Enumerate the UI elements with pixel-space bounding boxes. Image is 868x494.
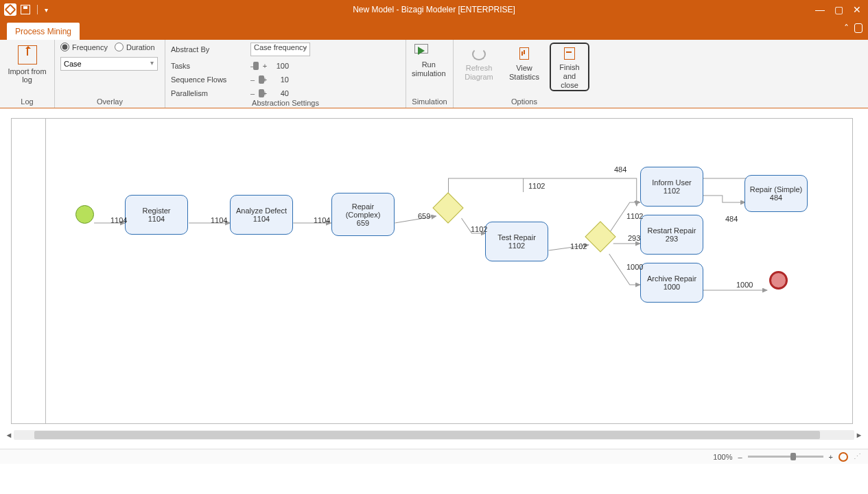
window-title: New Model - Bizagi Modeler [ENTERPRISE] bbox=[0, 5, 868, 14]
tasks-label: Tasks bbox=[171, 62, 246, 70]
statistics-icon bbox=[515, 46, 533, 62]
tasks-plus[interactable]: + bbox=[261, 62, 268, 70]
flow-label: 1104 bbox=[110, 216, 127, 224]
resize-grip-icon[interactable]: ⋰ bbox=[854, 452, 861, 461]
zoom-slider[interactable] bbox=[748, 456, 823, 458]
ribbon-tabs: Process Mining ˄ bbox=[0, 19, 868, 40]
zoom-value: 100% bbox=[713, 453, 732, 461]
task-test-repair-name: Test Repair bbox=[497, 233, 536, 242]
chevron-down-icon: ▾ bbox=[150, 59, 154, 67]
task-test-repair[interactable]: Test Repair 1102 bbox=[485, 222, 548, 261]
run-simulation-label: Run simulation bbox=[412, 60, 446, 78]
help-icon[interactable] bbox=[854, 23, 863, 33]
task-inform-user[interactable]: Inform User 1102 bbox=[640, 167, 703, 207]
run-simulation-button[interactable]: Run simulation bbox=[412, 43, 446, 78]
sequence-flows bbox=[12, 119, 852, 423]
task-repair-simple[interactable]: Repair (Simple) 484 bbox=[744, 175, 808, 212]
flow-label: 1102 bbox=[471, 225, 487, 233]
zoom-in-button[interactable]: + bbox=[829, 453, 833, 461]
flow-label: 484 bbox=[614, 165, 626, 174]
task-test-repair-count: 1102 bbox=[508, 242, 525, 250]
abstract-by-select[interactable]: Case frequency bbox=[250, 43, 310, 56]
view-statistics-button[interactable]: View Statistics bbox=[504, 43, 544, 82]
finish-label: Finish and close bbox=[552, 63, 587, 90]
task-repair-simple-count: 484 bbox=[770, 193, 782, 202]
task-repair-complex-name: Repair (Complex) bbox=[346, 202, 381, 219]
task-restart-repair-name: Restart Repair bbox=[648, 226, 696, 235]
flow-label: 1104 bbox=[314, 216, 330, 224]
tab-process-mining[interactable]: Process Mining bbox=[7, 23, 80, 40]
task-register[interactable]: Register 1104 bbox=[125, 195, 188, 235]
seqflows-value: 10 bbox=[271, 75, 289, 84]
finish-and-close-button[interactable]: Finish and close bbox=[550, 43, 589, 91]
scroll-left-icon[interactable]: ◄ bbox=[4, 431, 14, 439]
parallelism-minus[interactable]: – bbox=[249, 89, 256, 97]
task-analyze-name: Analyze Defect bbox=[236, 207, 287, 215]
scroll-right-icon[interactable]: ► bbox=[854, 431, 864, 439]
close-button[interactable]: ✕ bbox=[853, 4, 861, 15]
task-archive-repair-count: 1000 bbox=[664, 283, 680, 291]
task-repair-complex[interactable]: Repair (Complex) 659 bbox=[331, 193, 395, 236]
flow-label: 1102 bbox=[528, 182, 545, 190]
task-inform-user-count: 1102 bbox=[664, 187, 680, 195]
flow-label: 293 bbox=[628, 234, 640, 242]
task-restart-repair[interactable]: Restart Repair 293 bbox=[640, 215, 703, 255]
overlay-select[interactable] bbox=[60, 57, 158, 71]
duration-radio[interactable]: Duration bbox=[115, 43, 155, 51]
maximize-button[interactable]: ▢ bbox=[834, 4, 843, 15]
flow-label: 484 bbox=[725, 215, 738, 223]
group-caption-overlay: Overlay bbox=[55, 96, 165, 108]
parallelism-label: Parallelism bbox=[171, 89, 246, 97]
refresh-diagram-button: Refresh Diagram bbox=[459, 43, 499, 82]
diagram-canvas[interactable]: Register 1104 Analyze Defect 1104 Repair… bbox=[11, 118, 853, 424]
frequency-radio[interactable]: Frequency bbox=[60, 43, 108, 51]
flow-label: 659 bbox=[418, 212, 430, 220]
refresh-icon bbox=[470, 46, 488, 62]
lane-header bbox=[12, 119, 46, 423]
ribbon: Import from log Log Frequency Duration ▾… bbox=[0, 40, 868, 108]
end-event[interactable] bbox=[769, 271, 788, 290]
import-label: Import from log bbox=[5, 67, 49, 84]
task-restart-repair-count: 293 bbox=[666, 235, 678, 243]
minimize-button[interactable]: ― bbox=[815, 4, 825, 15]
view-stats-label: View Statistics bbox=[506, 64, 542, 82]
frequency-label: Frequency bbox=[72, 43, 108, 51]
task-archive-repair-name: Archive Repair bbox=[647, 274, 696, 283]
duration-label: Duration bbox=[126, 43, 155, 51]
workspace: Register 1104 Analyze Defect 1104 Repair… bbox=[0, 108, 868, 464]
start-event[interactable] bbox=[75, 205, 94, 224]
flow-label: 1104 bbox=[211, 216, 227, 224]
task-analyze-defect[interactable]: Analyze Defect 1104 bbox=[230, 195, 293, 235]
divider bbox=[37, 5, 38, 14]
task-archive-repair[interactable]: Archive Repair 1000 bbox=[640, 263, 703, 303]
task-register-count: 1104 bbox=[148, 215, 165, 223]
flow-label: 1102 bbox=[570, 242, 587, 250]
zoom-out-button[interactable]: – bbox=[738, 453, 742, 461]
finish-icon bbox=[561, 45, 578, 62]
status-bar: 100% – + ⋰ bbox=[0, 449, 868, 464]
qat-dropdown-icon[interactable]: ▾ bbox=[45, 6, 48, 14]
task-inform-user-name: Inform User bbox=[652, 178, 691, 187]
flow-label: 1102 bbox=[626, 212, 643, 220]
task-register-name: Register bbox=[143, 207, 171, 215]
refresh-label: Refresh Diagram bbox=[461, 64, 497, 82]
flow-label: 1000 bbox=[736, 281, 753, 289]
gateway-2[interactable] bbox=[585, 221, 615, 252]
group-caption-abstraction: Abstraction Settings bbox=[165, 97, 406, 109]
parallelism-value: 40 bbox=[271, 89, 289, 97]
tasks-value: 100 bbox=[271, 62, 289, 70]
group-caption-simulation: Simulation bbox=[406, 96, 453, 108]
app-logo-icon bbox=[4, 3, 16, 16]
group-caption-log: Log bbox=[0, 96, 54, 108]
collapse-ribbon-icon[interactable]: ˄ bbox=[844, 23, 849, 34]
seqflows-label: Sequence Flows bbox=[171, 75, 246, 84]
task-repair-simple-name: Repair (Simple) bbox=[750, 185, 802, 193]
zoom-fit-icon[interactable] bbox=[838, 452, 848, 462]
flow-label: 1000 bbox=[626, 263, 643, 271]
abstract-by-value: Case frequency bbox=[254, 43, 307, 51]
save-icon[interactable] bbox=[21, 5, 30, 14]
import-from-log-button[interactable]: Import from log bbox=[5, 43, 49, 84]
horizontal-scrollbar[interactable]: ◄ ► bbox=[4, 430, 864, 440]
seqflows-minus[interactable]: – bbox=[249, 75, 256, 84]
gateway-1[interactable] bbox=[432, 192, 463, 223]
